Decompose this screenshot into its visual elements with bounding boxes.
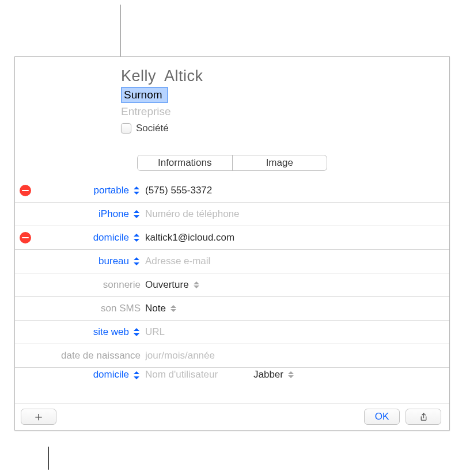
company-checkbox-label: Société [136,123,169,134]
company-checkbox[interactable] [121,123,131,134]
updown-icon [132,370,141,380]
row-url: site web URL [15,321,449,344]
label-picker-iphone[interactable]: iPhone [36,208,141,220]
label-text: son SMS [101,303,141,314]
label-picker-siteweb[interactable]: site web [36,326,141,338]
row-birthday: date de naissance jour/mois/année [15,344,449,368]
contact-edit-panel: Kelly Altick Entreprise Société Informat… [14,56,450,431]
info-image-segmented: Informations Image [137,155,327,171]
last-name[interactable]: Altick [164,67,203,85]
tab-informations[interactable]: Informations [138,155,233,170]
add-field-button[interactable]: ＋ [21,409,56,425]
label-text: site web [93,326,129,338]
callout-line-bottom [48,447,49,470]
label-text: date de naissance [61,350,141,361]
row-texttone: son SMS Note [15,297,449,321]
birthday-placeholder[interactable]: jour/mois/année [145,350,441,361]
phone-value[interactable]: (575) 555-3372 [145,185,441,196]
im-service-picker[interactable]: Jabber [253,369,294,380]
im-username-placeholder[interactable]: Nom d'utilisateur [145,369,249,380]
ok-button[interactable]: OK [364,409,400,425]
row-im-peek: domicile Nom d'utilisateur Jabber [15,368,449,380]
phone-placeholder[interactable]: Numéro de téléphone [145,208,441,220]
fields-list: portable (575) 555-3372 iPhone Numéro de… [15,179,449,403]
nickname-input[interactable] [122,88,167,102]
company-field[interactable]: Entreprise [121,105,435,118]
label-ringtone: sonnerie [36,279,141,291]
label-birthday: date de naissance [36,350,141,361]
updown-icon [192,280,199,290]
label-texttone: son SMS [36,303,141,314]
share-icon [419,412,429,422]
label-text: sonnerie [103,279,141,291]
label-text: iPhone [98,208,129,220]
label-text: bureau [98,256,129,267]
contact-name[interactable]: Kelly Altick [121,67,435,85]
row-email-domicile: domicile kaltick1@icloud.com [15,226,449,250]
label-text: domicile [93,232,129,243]
tab-image[interactable]: Image [233,155,327,170]
remove-phone-icon[interactable] [20,185,31,196]
label-picker-portable[interactable]: portable [36,185,141,196]
label-text: domicile [93,369,129,380]
label-picker-im[interactable]: domicile [36,369,141,380]
footer-bar: ＋ OK [15,403,449,430]
row-ringtone: sonnerie Ouverture [15,273,449,297]
updown-icon [132,209,141,219]
share-button[interactable] [406,409,441,425]
email-value[interactable]: kaltick1@icloud.com [145,232,441,243]
updown-icon [132,185,141,196]
row-phone-iphone: iPhone Numéro de téléphone [15,203,449,226]
updown-icon [169,304,176,313]
contact-header: Kelly Altick Entreprise Société [15,57,449,147]
row-email-bureau: bureau Adresse e-mail [15,250,449,273]
label-picker-domicile[interactable]: domicile [36,232,141,243]
label-picker-bureau[interactable]: bureau [36,256,141,267]
ringtone-picker[interactable]: Ouverture [145,279,441,291]
email-placeholder[interactable]: Adresse e-mail [145,256,441,267]
updown-icon [132,327,141,337]
updown-icon [132,233,141,243]
texttone-picker[interactable]: Note [145,303,441,314]
nickname-field-wrap [121,87,168,103]
updown-icon [132,256,141,266]
url-placeholder[interactable]: URL [145,326,441,338]
first-name[interactable]: Kelly [121,67,156,85]
updown-icon [287,370,294,379]
remove-email-icon[interactable] [20,232,31,243]
row-phone-portable: portable (575) 555-3372 [15,179,449,203]
label-text: portable [94,185,129,196]
